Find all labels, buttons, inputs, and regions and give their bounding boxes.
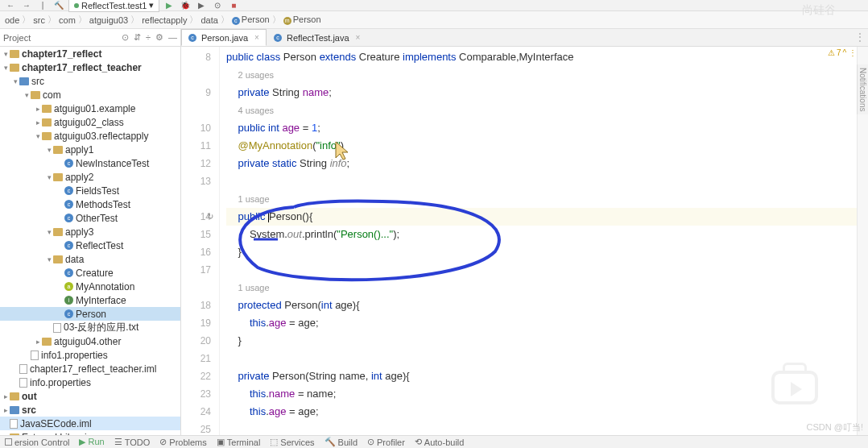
tree-node[interactable]: cReflectTest bbox=[0, 239, 180, 252]
collapse-icon[interactable]: ÷ bbox=[146, 32, 151, 43]
crumb[interactable]: src bbox=[33, 15, 45, 25]
bottom-todo[interactable]: ☰ TODO bbox=[114, 437, 151, 447]
run-config-selector[interactable]: ReflectTest.test1 ▾ bbox=[68, 0, 159, 12]
bottom-terminal[interactable]: ▣ Terminal bbox=[217, 437, 261, 447]
tree-label: atguigu01.example bbox=[54, 103, 135, 114]
tree-node[interactable]: info.properties bbox=[0, 375, 180, 389]
tree-node[interactable]: info1.properties bbox=[0, 348, 180, 362]
tree-node[interactable]: 03-反射的应用.txt bbox=[0, 321, 180, 334]
folder-icon bbox=[10, 50, 19, 58]
bottom-autobuild[interactable]: ⟲ Auto-build bbox=[415, 437, 465, 447]
tree-node[interactable]: ▸atguigu01.example bbox=[0, 102, 180, 115]
tab-person[interactable]: cPerson.java× bbox=[181, 29, 267, 46]
settings-icon[interactable]: ⚙ bbox=[155, 32, 163, 43]
c-icon: c bbox=[64, 186, 73, 195]
tree-label: atguigu03.reflectapply bbox=[54, 131, 148, 142]
tree-node[interactable]: ▾src bbox=[0, 74, 180, 88]
folder-icon bbox=[42, 338, 52, 346]
folder-icon bbox=[31, 91, 40, 99]
forward-icon[interactable]: → bbox=[20, 1, 33, 10]
editor[interactable]: 891011121314↻1516171819202122232425 publ… bbox=[181, 47, 868, 435]
tree-node[interactable]: ▸External Libraries bbox=[0, 430, 180, 435]
crumb[interactable]: reflectapply bbox=[142, 15, 187, 25]
bottom-problems[interactable]: ⊘ Problems bbox=[159, 437, 206, 447]
file-icon bbox=[10, 419, 18, 429]
back-icon[interactable]: ← bbox=[4, 1, 17, 10]
tree-label: chapter17_reflect_teacher bbox=[22, 62, 142, 73]
sep: | bbox=[36, 1, 49, 10]
profile-icon[interactable]: ⊙ bbox=[211, 1, 224, 10]
project-tree[interactable]: ▾chapter17_reflect▾chapter17_reflect_tea… bbox=[0, 47, 180, 435]
tree-label: apply1 bbox=[65, 144, 93, 156]
folder-icon bbox=[53, 173, 63, 181]
tree-node[interactable]: ▾chapter17_reflect bbox=[0, 47, 180, 60]
tree-node[interactable]: ▸out bbox=[0, 389, 180, 403]
bottom-build[interactable]: 🔨 Build bbox=[324, 437, 358, 447]
inspection-badge[interactable]: ⚠7 ^ ⋮ bbox=[828, 48, 857, 57]
tree-node[interactable]: chapter17_reflect_teacher.iml bbox=[0, 362, 180, 375]
select-opened-icon[interactable]: ⊙ bbox=[122, 32, 129, 43]
tree-label: src bbox=[31, 76, 44, 87]
crumb[interactable]: atguigu03 bbox=[89, 15, 128, 25]
folder-icon bbox=[53, 146, 63, 154]
folder-icon bbox=[42, 118, 52, 127]
tab-reflecttest[interactable]: cReflectTest.java× bbox=[267, 29, 368, 46]
close-icon[interactable]: × bbox=[254, 33, 259, 42]
crumb[interactable]: com bbox=[59, 15, 76, 25]
watermark: 尚硅谷 bbox=[802, 3, 836, 18]
tree-node[interactable]: cCreature bbox=[0, 266, 180, 280]
tree-node[interactable]: ▾com bbox=[0, 88, 180, 102]
crumb[interactable]: mPerson bbox=[283, 15, 321, 25]
debug-icon[interactable]: 🐞 bbox=[179, 1, 192, 10]
crumb[interactable]: data bbox=[200, 15, 217, 25]
tabs-menu-icon[interactable]: ⋮ bbox=[855, 31, 865, 43]
project-sidebar: Project ⊙ ⇵ ÷ ⚙ — ▾chapter17_reflect▾cha… bbox=[0, 29, 181, 435]
hide-icon[interactable]: — bbox=[168, 32, 177, 43]
folder-icon bbox=[42, 105, 52, 113]
tree-node[interactable]: ▸src bbox=[0, 403, 180, 417]
tree-node[interactable]: cMethodsTest bbox=[0, 197, 180, 211]
i-icon: i bbox=[64, 296, 73, 305]
folder-icon bbox=[10, 433, 19, 436]
tree-node[interactable]: iMyInterface bbox=[0, 293, 180, 307]
file-icon bbox=[31, 351, 39, 360]
hammer-icon[interactable]: 🔨 bbox=[52, 1, 65, 10]
tree-node[interactable]: cOtherTest bbox=[0, 211, 180, 225]
tree-label: Person bbox=[76, 309, 106, 320]
tree-node[interactable]: cPerson bbox=[0, 307, 180, 321]
tree-label: com bbox=[43, 89, 61, 101]
close-icon[interactable]: × bbox=[356, 33, 361, 42]
bottom-vcs[interactable]: ersion Control bbox=[5, 438, 69, 447]
tree-node[interactable]: ▾apply3 bbox=[0, 225, 180, 239]
tree-label: 03-反射的应用.txt bbox=[64, 321, 138, 334]
code-area[interactable]: public class Person extends Creature imp… bbox=[220, 47, 857, 435]
tree-node[interactable]: aMyAnnotation bbox=[0, 280, 180, 293]
tree-node[interactable]: ▾atguigu03.reflectapply bbox=[0, 129, 180, 143]
tree-node[interactable]: ▾apply2 bbox=[0, 170, 180, 184]
folder-icon bbox=[42, 132, 52, 140]
tree-node[interactable]: ▾chapter17_reflect_teacher bbox=[0, 60, 180, 74]
tree-node[interactable]: ▸atguigu04.other bbox=[0, 334, 180, 348]
stop-icon[interactable]: ■ bbox=[227, 1, 240, 10]
bottom-profiler[interactable]: ⊙ Profiler bbox=[367, 437, 405, 447]
crumb[interactable]: ode bbox=[5, 15, 19, 25]
tree-node[interactable]: cFieldsTest bbox=[0, 184, 180, 197]
tree-label: apply3 bbox=[65, 226, 93, 238]
expand-icon[interactable]: ⇵ bbox=[134, 32, 141, 43]
bottom-run[interactable]: ▶ Run bbox=[79, 437, 104, 447]
sidebar-title: Project bbox=[3, 33, 31, 43]
bottom-toolbar: ersion Control ▶ Run ☰ TODO ⊘ Problems ▣… bbox=[0, 435, 868, 448]
tree-node[interactable]: ▸atguigu02_class bbox=[0, 115, 180, 129]
folder-icon bbox=[53, 255, 63, 263]
coverage-icon[interactable]: ▶ bbox=[195, 1, 208, 10]
bottom-services[interactable]: ⬚ Services bbox=[270, 437, 314, 447]
file-icon bbox=[19, 364, 27, 374]
tree-node[interactable]: ▾apply1 bbox=[0, 143, 180, 156]
right-tool-stripe[interactable]: Notifications bbox=[857, 64, 868, 114]
tree-node[interactable]: cNewInstanceTest bbox=[0, 156, 180, 170]
crumb[interactable]: cPerson bbox=[232, 15, 270, 25]
run-icon[interactable]: ▶ bbox=[163, 1, 176, 10]
a-icon: a bbox=[64, 282, 73, 291]
tree-node[interactable]: ▾data bbox=[0, 252, 180, 266]
tree-node[interactable]: JavaSECode.iml bbox=[0, 417, 180, 430]
